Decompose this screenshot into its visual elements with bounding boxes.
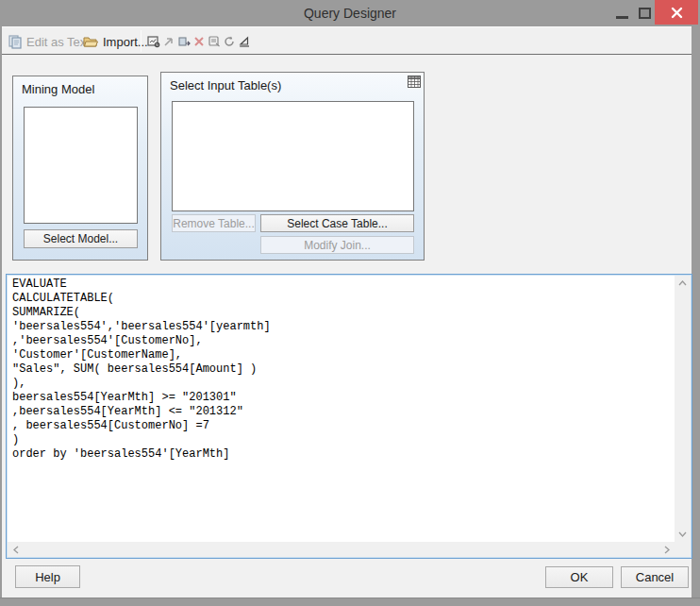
minimize-button[interactable] xyxy=(613,0,632,25)
table-grid-icon xyxy=(408,76,421,88)
mining-model-list[interactable] xyxy=(24,107,138,224)
refresh-icon[interactable] xyxy=(222,34,236,48)
ok-button[interactable]: OK xyxy=(545,566,613,588)
scroll-down-button[interactable] xyxy=(675,527,691,542)
prediction-arrow-icon[interactable] xyxy=(161,34,175,48)
horizontal-scrollbar[interactable] xyxy=(8,542,675,557)
edit-as-text-label: Edit as Text xyxy=(26,35,90,49)
singleton-query-icon[interactable] xyxy=(176,34,191,48)
input-tables-panel: Select Input Table(s) Remove Table... Se… xyxy=(160,72,425,261)
input-tables-list[interactable] xyxy=(172,101,414,211)
scroll-up-button[interactable] xyxy=(675,276,691,291)
scroll-right-button[interactable] xyxy=(658,542,675,557)
titlebar[interactable]: Query Designer xyxy=(0,0,700,26)
input-tables-title: Select Input Table(s) xyxy=(170,78,281,93)
select-model-button[interactable]: Select Model... xyxy=(24,229,138,248)
modify-join-button[interactable]: Modify Join... xyxy=(260,236,414,254)
maximize-icon xyxy=(639,8,651,19)
edit-as-text-icon xyxy=(8,34,23,49)
scroll-left-button[interactable] xyxy=(8,542,24,557)
vertical-scrollbar[interactable] xyxy=(675,276,691,542)
help-button[interactable]: Help xyxy=(15,565,80,588)
import-folder-icon xyxy=(83,35,99,49)
mining-model-title: Mining Model xyxy=(22,82,94,96)
query-parameters-icon[interactable] xyxy=(207,34,221,48)
validate-icon[interactable] xyxy=(237,34,251,48)
window-bottom-frame xyxy=(0,598,700,606)
toolbar-separator xyxy=(141,30,142,52)
minimize-icon xyxy=(616,16,628,19)
chevron-right-icon xyxy=(664,546,670,554)
select-case-table-button[interactable]: Select Case Table... xyxy=(260,214,414,232)
dialog-client-area: Edit as Text Import... xyxy=(2,26,692,598)
edit-as-text-button[interactable]: Edit as Text xyxy=(8,31,90,52)
query-designer-dialog: Query Designer Edit as Text xyxy=(0,0,700,606)
maximize-button[interactable] xyxy=(636,0,655,25)
import-button[interactable]: Import... xyxy=(83,31,148,52)
close-icon xyxy=(671,7,683,19)
remove-table-button[interactable]: Remove Table... xyxy=(172,214,256,232)
query-text[interactable]: EVALUATE CALCULATETABLE( SUMMARIZE( 'bee… xyxy=(8,277,674,541)
chevron-down-icon xyxy=(678,531,687,537)
window-title: Query Designer xyxy=(0,0,700,26)
scrollbar-corner xyxy=(675,542,691,557)
mining-model-panel: Mining Model Select Model... xyxy=(12,76,148,261)
chevron-up-icon xyxy=(678,280,687,286)
query-editor: EVALUATE CALCULATETABLE( SUMMARIZE( 'bee… xyxy=(6,274,692,559)
clear-icon[interactable] xyxy=(192,34,206,48)
close-button[interactable] xyxy=(655,0,698,25)
design-mode-icon[interactable] xyxy=(146,34,160,48)
chevron-left-icon xyxy=(13,546,19,554)
toolbar: Edit as Text Import... xyxy=(2,26,692,55)
cancel-button[interactable]: Cancel xyxy=(621,566,689,588)
